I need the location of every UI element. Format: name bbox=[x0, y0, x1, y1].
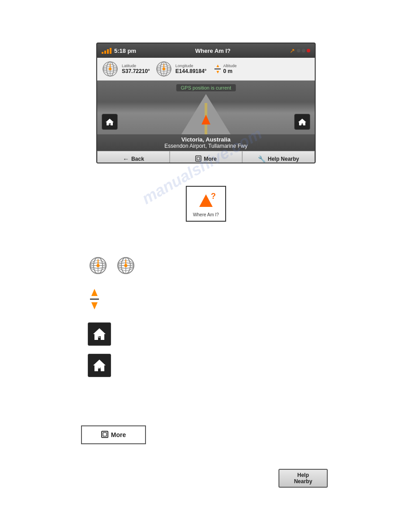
globe-icon-standalone-1 bbox=[88, 255, 108, 278]
svg-text:R: R bbox=[301, 122, 304, 125]
where-am-i-label: Where Am I? bbox=[193, 212, 219, 217]
latitude-globe-icon bbox=[101, 60, 120, 78]
more-standalone-label: More bbox=[111, 431, 126, 438]
signal-bars bbox=[102, 48, 111, 54]
help-standalone-line1: Help bbox=[297, 472, 309, 478]
home-right-button[interactable]: R bbox=[294, 114, 310, 130]
help-wrench-icon: 🔧 bbox=[258, 155, 265, 163]
svg-rect-19 bbox=[197, 157, 200, 160]
home-left-button[interactable]: L bbox=[102, 114, 118, 130]
where-am-i-icon: ? bbox=[195, 191, 217, 210]
map-area: GPS position is current L R bbox=[97, 81, 315, 134]
help-nearby-button[interactable]: 🔧 Help Nearby bbox=[242, 151, 315, 163]
svg-rect-43 bbox=[102, 431, 108, 438]
longitude-group: Longitude E144.89184° bbox=[154, 60, 207, 78]
help-nearby-button-standalone[interactable]: Help Nearby bbox=[278, 469, 328, 488]
altitude-label: Altitude bbox=[223, 64, 236, 68]
svg-marker-40 bbox=[91, 302, 98, 309]
more-label: More bbox=[204, 156, 217, 162]
svg-point-6 bbox=[109, 68, 111, 70]
screen-titlebar: 5:18 pm Where Am I? ↗ bbox=[97, 43, 315, 58]
more-standalone-icon bbox=[101, 431, 108, 439]
latitude-group: Latitude S37.72210° bbox=[101, 60, 150, 78]
screen-buttons: ← Back More 🔧 Help Nearby bbox=[97, 151, 315, 163]
svg-point-28 bbox=[97, 264, 100, 267]
more-icon bbox=[195, 155, 201, 163]
device-screen: 5:18 pm Where Am I? ↗ bbox=[96, 43, 316, 163]
svg-text:R: R bbox=[98, 366, 101, 370]
screen-title: Where Am I? bbox=[195, 47, 231, 54]
latitude-label: Latitude bbox=[122, 64, 150, 68]
svg-rect-44 bbox=[103, 433, 107, 436]
home-l-icon-standalone: L bbox=[88, 322, 111, 346]
location-main: Victoria, Australia bbox=[97, 136, 315, 143]
more-button-standalone[interactable]: More bbox=[81, 425, 146, 444]
latitude-value: S37.72210° bbox=[122, 68, 150, 74]
location-bar: Victoria, Australia Essendon Airport, Tu… bbox=[97, 134, 315, 151]
svg-rect-18 bbox=[196, 156, 201, 161]
back-arrow-icon: ← bbox=[123, 155, 129, 163]
svg-text:L: L bbox=[109, 122, 111, 125]
longitude-globe-icon bbox=[154, 60, 173, 78]
screen-time: 5:18 pm bbox=[114, 47, 136, 54]
svg-point-36 bbox=[124, 264, 128, 267]
longitude-label: Longitude bbox=[176, 64, 207, 68]
nav-arrow-icon: ↗ bbox=[290, 47, 295, 54]
back-label: Back bbox=[131, 156, 144, 162]
svg-text:L: L bbox=[98, 335, 101, 339]
svg-point-14 bbox=[163, 68, 165, 70]
altitude-group: ▲ ▼ Altitude 0 m bbox=[214, 64, 236, 74]
globe-icon-standalone-2 bbox=[116, 255, 136, 278]
home-r-icon-standalone: R bbox=[88, 354, 111, 377]
help-label: Help Nearby bbox=[268, 156, 299, 162]
coords-bar: Latitude S37.72210° Longitude E144.89184… bbox=[97, 58, 315, 81]
gps-status: GPS position is current bbox=[176, 84, 236, 91]
title-icons: ↗ bbox=[290, 47, 310, 54]
location-sub: Essendon Airport, Tullamarine Fwy bbox=[97, 143, 315, 149]
altitude-arrow-icon: ▲ ▼ bbox=[214, 64, 221, 74]
altitude-icon-standalone bbox=[88, 288, 101, 310]
longitude-value: E144.89184° bbox=[176, 68, 207, 74]
where-am-i-box[interactable]: ? Where Am I? bbox=[186, 186, 226, 222]
help-standalone-line2: Nearby bbox=[294, 478, 313, 485]
svg-text:?: ? bbox=[211, 192, 216, 201]
altitude-value: 0 m bbox=[223, 68, 236, 74]
svg-marker-38 bbox=[91, 289, 98, 296]
more-button[interactable]: More bbox=[170, 151, 242, 163]
back-button[interactable]: ← Back bbox=[97, 151, 170, 163]
